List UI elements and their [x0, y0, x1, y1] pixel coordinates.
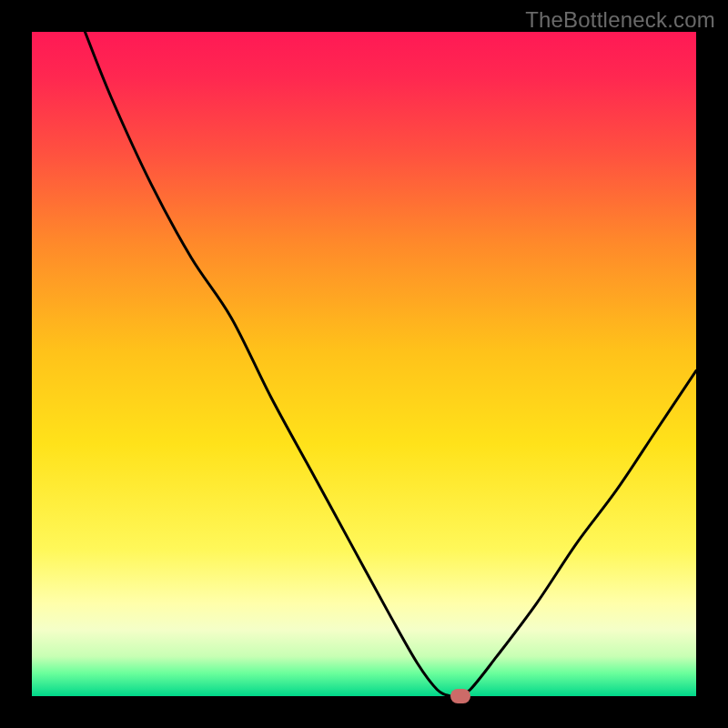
watermark-label: TheBottleneck.com	[525, 7, 715, 33]
chart-frame: TheBottleneck.com	[0, 0, 728, 728]
gradient-background	[32, 32, 696, 696]
optimum-marker	[450, 689, 470, 703]
bottleneck-plot	[32, 32, 696, 696]
